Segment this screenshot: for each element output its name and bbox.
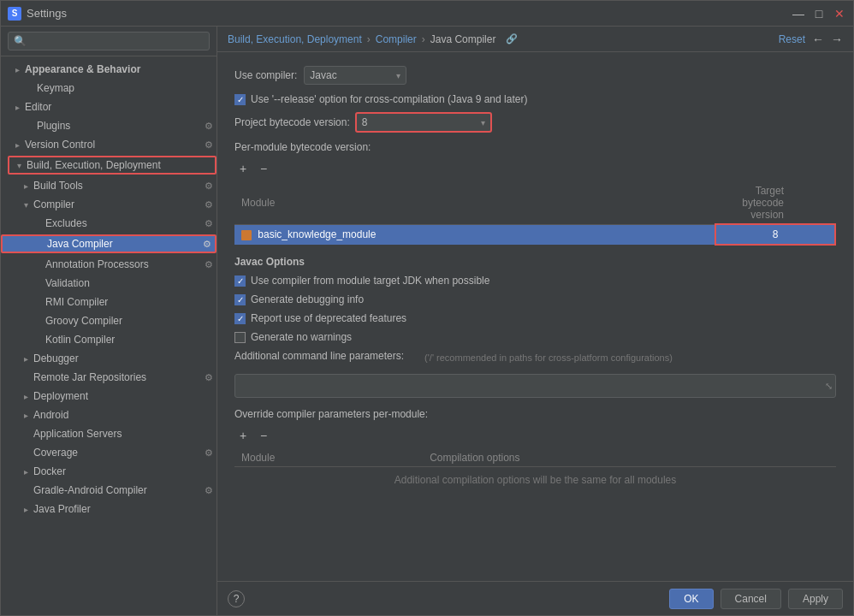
arrow-icon bbox=[20, 198, 32, 210]
override-empty-message: Additional compilation options will be t… bbox=[234, 467, 836, 494]
breadcrumb-controls: Reset ← → bbox=[779, 33, 843, 46]
breadcrumb-sep-1: › bbox=[367, 33, 371, 45]
minimize-button[interactable]: — bbox=[792, 7, 805, 21]
target-col-header: Target bytecode version bbox=[715, 182, 835, 224]
no-warnings-label: Generate no warnings bbox=[251, 331, 352, 343]
title-bar-controls: — □ ✕ bbox=[792, 7, 846, 21]
module-jdk-row: Use compiler from module target JDK when… bbox=[234, 275, 836, 287]
override-label: Override compiler parameters per-module: bbox=[234, 408, 836, 420]
sidebar-item-annotation[interactable]: Annotation Processors ⚙ bbox=[1, 255, 216, 274]
sidebar-item-rmi[interactable]: RMI Compiler bbox=[1, 293, 216, 311]
arrow-icon bbox=[20, 409, 32, 421]
project-bytecode-label: Project bytecode version: bbox=[234, 116, 350, 128]
dropdown-arrow-icon: ▾ bbox=[396, 71, 400, 80]
sidebar-item-docker[interactable]: Docker bbox=[1, 462, 216, 481]
settings-window: S Settings — □ ✕ Appearance & Behavior bbox=[0, 0, 854, 616]
arrow-icon bbox=[11, 63, 23, 75]
sidebar-item-version-control[interactable]: Version Control ⚙ bbox=[1, 135, 216, 154]
override-section: Override compiler parameters per-module:… bbox=[234, 408, 836, 493]
sidebar-item-java-compiler[interactable]: Java Compiler ⚙ bbox=[1, 233, 216, 255]
sidebar-item-coverage[interactable]: Coverage ⚙ bbox=[1, 443, 216, 462]
help-button[interactable]: ? bbox=[228, 590, 245, 607]
remove-module-button[interactable]: − bbox=[255, 160, 272, 177]
deprecated-checkbox[interactable] bbox=[234, 313, 246, 324]
cmd-input[interactable] bbox=[234, 374, 836, 398]
cmd-hint: ('/' recommended in paths for cross-plat… bbox=[424, 352, 673, 363]
sidebar-item-editor[interactable]: Editor bbox=[1, 98, 216, 116]
search-input[interactable] bbox=[8, 32, 210, 50]
sidebar-item-groovy[interactable]: Groovy Compiler bbox=[1, 311, 216, 330]
add-remove-bar: + − bbox=[234, 160, 836, 177]
arrow-icon bbox=[11, 82, 23, 94]
sidebar-item-deployment[interactable]: Deployment bbox=[1, 387, 216, 406]
override-module-col: Module bbox=[234, 449, 423, 467]
bytecode-dropdown-arrow: ▾ bbox=[481, 118, 485, 127]
no-warnings-checkbox[interactable] bbox=[234, 332, 246, 343]
arrow-icon bbox=[20, 352, 32, 364]
search-box bbox=[1, 27, 216, 56]
override-remove-button[interactable]: − bbox=[255, 427, 272, 444]
reset-button[interactable]: Reset bbox=[779, 33, 805, 45]
override-add-remove-bar: + − bbox=[234, 427, 836, 444]
compiler-dropdown[interactable]: Javac ▾ bbox=[304, 66, 406, 85]
ok-button[interactable]: OK bbox=[669, 589, 713, 609]
override-add-button[interactable]: + bbox=[234, 427, 252, 444]
sidebar-item-android[interactable]: Android bbox=[1, 406, 216, 424]
module-target-cell[interactable]: 8 bbox=[715, 224, 835, 245]
maximize-button[interactable]: □ bbox=[812, 7, 826, 21]
sidebar-item-gradle-android[interactable]: Gradle-Android Compiler ⚙ bbox=[1, 481, 216, 500]
bottom-bar: ? OK Cancel Apply bbox=[217, 581, 853, 615]
sidebar-item-java-profiler[interactable]: Java Profiler bbox=[1, 500, 216, 518]
sidebar-item-build-execution[interactable]: Build, Execution, Deployment bbox=[1, 154, 216, 176]
sidebar-item-debugger[interactable]: Debugger bbox=[1, 349, 216, 368]
panel-content: Use compiler: Javac ▾ Use '--release' op… bbox=[217, 52, 853, 581]
override-table: Module Compilation options Additional co… bbox=[234, 449, 836, 493]
title-bar: S Settings — □ ✕ bbox=[1, 1, 853, 27]
apply-button[interactable]: Apply bbox=[788, 589, 843, 609]
module-jdk-label: Use compiler from module target JDK when… bbox=[251, 275, 489, 287]
close-button[interactable]: ✕ bbox=[833, 7, 846, 21]
bytecode-dropdown[interactable]: 8 ▾ bbox=[355, 112, 492, 133]
javac-options-title: Javac Options bbox=[234, 256, 836, 268]
debug-label: Generate debugging info bbox=[251, 293, 364, 305]
sidebar-item-remote-jar[interactable]: Remote Jar Repositories ⚙ bbox=[1, 368, 216, 387]
expand-icon: ⤡ bbox=[825, 381, 833, 392]
forward-button[interactable]: → bbox=[831, 33, 843, 46]
release-checkbox[interactable] bbox=[234, 94, 246, 105]
module-col-header: Module bbox=[234, 182, 715, 224]
breadcrumb-compiler[interactable]: Compiler bbox=[376, 33, 417, 45]
breadcrumb-build[interactable]: Build, Execution, Deployment bbox=[228, 33, 362, 45]
bytecode-value: 8 bbox=[362, 116, 476, 128]
bottom-actions: OK Cancel Apply bbox=[669, 589, 843, 609]
sidebar-item-plugins[interactable]: Plugins ⚙ bbox=[1, 116, 216, 135]
release-label: Use '--release' option for cross-compila… bbox=[251, 93, 527, 105]
override-table-row: Additional compilation options will be t… bbox=[234, 467, 836, 494]
no-warnings-row: Generate no warnings bbox=[234, 331, 836, 343]
debug-row: Generate debugging info bbox=[234, 293, 836, 305]
right-panel: Build, Execution, Deployment › Compiler … bbox=[217, 27, 853, 615]
add-module-button[interactable]: + bbox=[234, 160, 252, 177]
sidebar-item-keymap[interactable]: Keymap bbox=[1, 79, 216, 98]
sidebar-item-validation[interactable]: Validation bbox=[1, 274, 216, 293]
sidebar-item-app-servers[interactable]: Application Servers bbox=[1, 424, 216, 443]
table-row[interactable]: basic_knowledge_module 8 bbox=[234, 224, 835, 245]
arrow-icon bbox=[11, 120, 23, 132]
sidebar-item-kotlin[interactable]: Kotlin Compiler bbox=[1, 330, 216, 349]
javac-options-section: Javac Options Use compiler from module t… bbox=[234, 256, 836, 398]
sidebar-item-compiler[interactable]: Compiler ⚙ bbox=[1, 195, 216, 214]
app-icon: S bbox=[8, 7, 21, 21]
sidebar-tree: Appearance & Behavior Keymap Editor bbox=[1, 56, 216, 615]
sidebar-item-appearance[interactable]: Appearance & Behavior bbox=[1, 60, 216, 79]
sidebar-item-build-tools[interactable]: Build Tools ⚙ bbox=[1, 176, 216, 195]
cmd-label: Additional command line parameters: bbox=[234, 350, 404, 362]
module-jdk-checkbox[interactable] bbox=[234, 275, 246, 287]
back-button[interactable]: ← bbox=[812, 33, 824, 46]
project-bytecode-row: Project bytecode version: 8 ▾ bbox=[234, 112, 836, 133]
arrow-icon bbox=[11, 139, 23, 151]
breadcrumb-sep-2: › bbox=[422, 33, 425, 45]
cancel-button[interactable]: Cancel bbox=[721, 589, 781, 609]
debug-checkbox[interactable] bbox=[234, 294, 246, 305]
sidebar-item-excludes[interactable]: Excludes ⚙ bbox=[1, 214, 216, 233]
arrow-icon bbox=[11, 101, 23, 113]
compiler-value: Javac bbox=[310, 69, 391, 81]
